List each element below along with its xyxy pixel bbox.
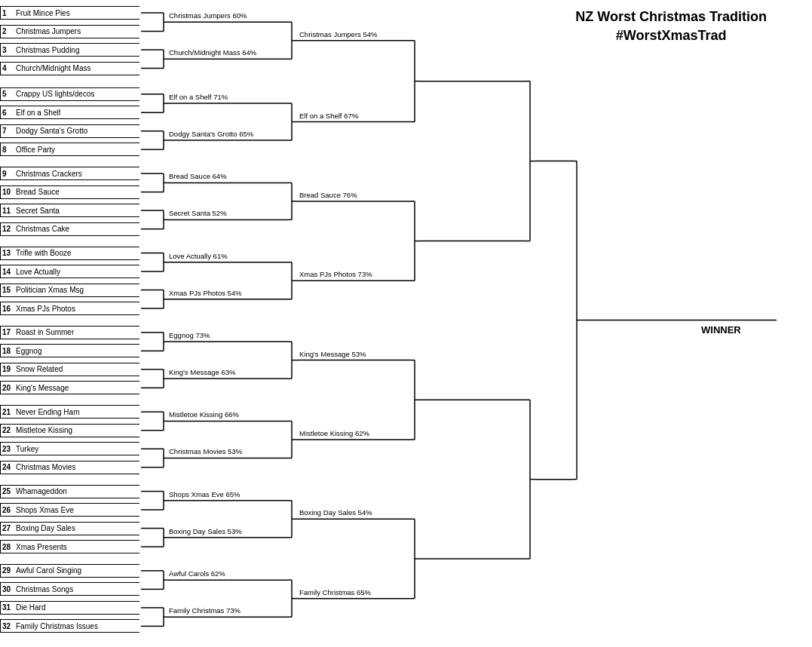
entry-num-12: 12 xyxy=(2,225,16,233)
entry-label-13: Trifle with Booze xyxy=(16,249,72,257)
entry-num-6: 6 xyxy=(2,109,16,117)
entry-num-31: 31 xyxy=(2,603,16,612)
round3-label-4: Xmas PJs Photos 73% xyxy=(299,270,372,278)
bracket-container: NZ Worst Christmas Tradition #WorstXmasT… xyxy=(0,0,812,647)
entry-label-6: Elf on a Shelf xyxy=(16,109,60,117)
round1-entry-13: 13Trifle with Booze xyxy=(0,247,139,260)
entry-num-21: 21 xyxy=(2,408,16,416)
round2-label-12: Christmas Movies 53% xyxy=(169,447,242,455)
entry-num-14: 14 xyxy=(2,268,16,276)
round1-entry-11: 11Secret Santa xyxy=(0,204,139,217)
round1-entry-28: 28Xmas Presents xyxy=(0,540,139,553)
entry-num-32: 32 xyxy=(2,622,16,630)
round1-entry-22: 22Mistletoe Kissing xyxy=(0,424,139,437)
entry-num-11: 11 xyxy=(2,207,16,215)
entry-num-9: 9 xyxy=(2,170,16,178)
entry-label-15: Politician Xmas Msg xyxy=(16,286,84,294)
entry-label-25: Whamageddon xyxy=(16,487,67,495)
round2-label-15: Awful Carols 62% xyxy=(169,569,225,578)
entry-num-10: 10 xyxy=(2,188,16,196)
round1-entry-10: 10Bread Sauce xyxy=(0,186,139,199)
entry-num-1: 1 xyxy=(2,9,16,17)
round2-label-3: Elf on a Shelf 71% xyxy=(169,93,228,101)
round1-entry-4: 4Church/Midnight Mass xyxy=(0,62,139,75)
round1-entry-5: 5Crappy US lights/decos xyxy=(0,87,139,101)
round1-entry-16: 16Xmas PJs Photos xyxy=(0,302,139,315)
entry-label-20: King's Message xyxy=(16,384,69,392)
entry-num-3: 3 xyxy=(2,46,16,54)
round1-entry-15: 15Politician Xmas Msg xyxy=(0,284,139,297)
entry-num-26: 26 xyxy=(2,506,16,514)
round2-label-11: Mistletoe Kissing 66% xyxy=(169,410,239,419)
title-line2: #WorstXmasTrad xyxy=(575,26,767,45)
round2-label-13: Shops Xmas Eve 65% xyxy=(169,490,241,498)
entry-num-5: 5 xyxy=(2,90,16,98)
entry-label-18: Eggnog xyxy=(16,347,41,355)
entry-label-10: Bread Sauce xyxy=(16,188,60,196)
round1-entry-24: 24Christmas Movies xyxy=(0,461,139,474)
round2-label-6: Secret Santa 52% xyxy=(169,209,227,217)
entry-label-22: Mistletoe Kissing xyxy=(16,426,72,434)
entry-label-4: Church/Midnight Mass xyxy=(16,64,90,72)
entry-label-28: Xmas Presents xyxy=(16,543,67,551)
round2-label-1: Christmas Jumpers 60% xyxy=(169,11,247,20)
entry-label-8: Office Party xyxy=(16,146,55,154)
entry-num-2: 2 xyxy=(2,27,16,35)
entry-num-23: 23 xyxy=(2,445,16,453)
entry-num-29: 29 xyxy=(2,566,16,575)
round2-label-9: Eggnog 73% xyxy=(169,331,210,339)
title-line1: NZ Worst Christmas Tradition xyxy=(575,8,767,26)
round3-label-7: Boxing Day Sales 54% xyxy=(299,508,372,517)
round1-entry-18: 18Eggnog xyxy=(0,344,139,357)
entry-label-23: Turkey xyxy=(16,445,38,453)
round1-entry-6: 6Elf on a Shelf xyxy=(0,106,139,119)
entry-num-16: 16 xyxy=(2,305,16,313)
round1-entry-25: 25Whamageddon xyxy=(0,485,139,498)
round1-entry-17: 17Roast in Summer xyxy=(0,326,139,339)
entry-num-15: 15 xyxy=(2,286,16,294)
entry-label-11: Secret Santa xyxy=(16,207,60,215)
round3-label-1: Christmas Jumpers 54% xyxy=(299,30,377,38)
entry-label-5: Crappy US lights/decos xyxy=(16,90,95,98)
round1-entry-2: 2Christmas Jumpers xyxy=(0,25,139,38)
round2-label-7: Love Actually 61% xyxy=(169,252,228,260)
round3-label-8: Family Christmas 65% xyxy=(299,588,371,596)
entry-num-30: 30 xyxy=(2,585,16,593)
round2-label-5: Bread Sauce 64% xyxy=(169,172,227,180)
entry-label-3: Christmas Pudding xyxy=(16,46,79,54)
entry-label-19: Snow Related xyxy=(16,365,63,373)
round1-entry-30: 30Christmas Songs xyxy=(0,582,139,596)
title-area: NZ Worst Christmas Tradition #WorstXmasT… xyxy=(575,8,767,45)
round1-entry-29: 29Awful Carol Singing xyxy=(0,564,139,578)
entry-num-24: 24 xyxy=(2,463,16,471)
entry-label-9: Christmas Crackers xyxy=(16,170,82,178)
round1-entry-21: 21Never Ending Ham xyxy=(0,405,139,419)
entry-label-2: Christmas Jumpers xyxy=(16,27,81,35)
entry-num-20: 20 xyxy=(2,384,16,392)
round2-label-16: Family Christmas 73% xyxy=(169,606,241,615)
entry-label-29: Awful Carol Singing xyxy=(16,566,81,575)
round2-label-8: Xmas PJs Photos 54% xyxy=(169,289,242,297)
round2-label-4: Dodgy Santa's Grotto 65% xyxy=(169,130,253,138)
entry-num-22: 22 xyxy=(2,426,16,434)
round1-entry-26: 26Shops Xmas Eve xyxy=(0,503,139,517)
entry-num-17: 17 xyxy=(2,328,16,336)
round1-entry-7: 7Dodgy Santa's Grotto xyxy=(0,124,139,138)
entry-label-24: Christmas Movies xyxy=(16,463,75,471)
round2-label-14: Boxing Day Sales 53% xyxy=(169,527,242,535)
entry-label-16: Xmas PJs Photos xyxy=(16,305,75,313)
entry-num-7: 7 xyxy=(2,127,16,135)
round1-entry-3: 3Christmas Pudding xyxy=(0,43,139,57)
entry-label-26: Shops Xmas Eve xyxy=(16,506,74,514)
round1-entry-9: 9Christmas Crackers xyxy=(0,167,139,180)
round3-label-5: King's Message 53% xyxy=(299,350,366,358)
entry-label-31: Die Hard xyxy=(16,603,45,612)
round1-entry-20: 20King's Message xyxy=(0,381,139,394)
entry-num-4: 4 xyxy=(2,64,16,72)
entry-label-14: Love Actually xyxy=(16,268,60,276)
entry-num-25: 25 xyxy=(2,487,16,495)
round1-entry-19: 19Snow Related xyxy=(0,363,139,376)
round1-entry-23: 23Turkey xyxy=(0,442,139,455)
entry-num-8: 8 xyxy=(2,146,16,154)
entry-num-13: 13 xyxy=(2,249,16,257)
